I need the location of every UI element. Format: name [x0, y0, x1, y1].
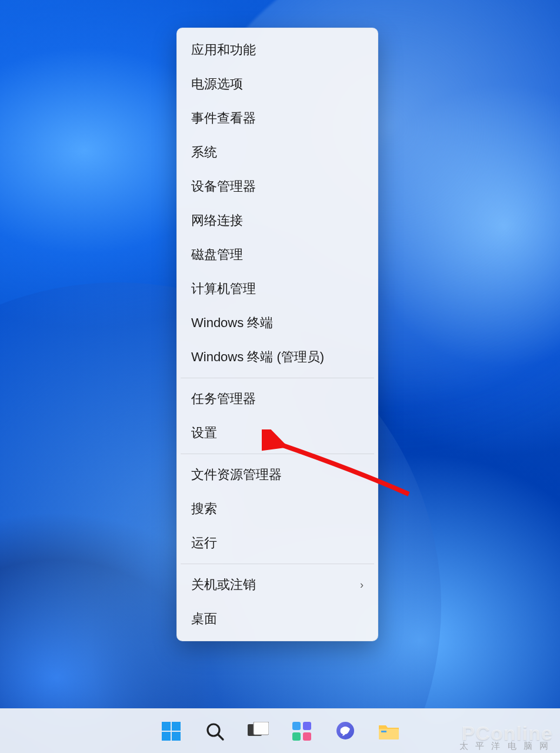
menu-label: 桌面	[191, 610, 217, 628]
search-button[interactable]	[203, 719, 226, 743]
menu-item-task-manager[interactable]: 任务管理器	[179, 382, 375, 416]
menu-item-run[interactable]: 运行	[179, 526, 375, 560]
menu-item-event-viewer[interactable]: 事件查看器	[179, 101, 375, 135]
widgets-button[interactable]	[290, 719, 314, 743]
svg-rect-1	[172, 722, 181, 731]
menu-label: 设备管理器	[191, 178, 256, 195]
menu-label: 事件查看器	[191, 109, 256, 127]
svg-rect-14	[381, 731, 386, 732]
menu-label: 关机或注销	[191, 576, 256, 594]
menu-separator	[181, 564, 374, 564]
watermark-subtitle: 太 平 洋 电 脑 网	[459, 741, 551, 752]
svg-line-5	[218, 735, 223, 739]
menu-label: 系统	[191, 144, 217, 161]
menu-item-disk-management[interactable]: 磁盘管理	[179, 238, 375, 272]
svg-rect-9	[303, 722, 311, 730]
menu-item-computer-management[interactable]: 计算机管理	[179, 272, 375, 306]
menu-item-windows-terminal[interactable]: Windows 终端	[179, 306, 375, 340]
menu-label: 磁盘管理	[191, 246, 243, 264]
menu-item-device-manager[interactable]: 设备管理器	[179, 169, 375, 204]
start-button[interactable]	[159, 719, 183, 743]
svg-rect-0	[162, 722, 171, 731]
menu-label: 网络连接	[191, 212, 243, 229]
menu-label: 搜索	[191, 500, 217, 518]
menu-item-shutdown-signout[interactable]: 关机或注销 ›	[179, 568, 375, 602]
svg-rect-8	[292, 722, 301, 730]
winx-context-menu: 应用和功能 电源选项 事件查看器 系统 设备管理器 网络连接 磁盘管理 计算机管…	[176, 28, 378, 641]
menu-label: Windows 终端	[191, 314, 273, 332]
menu-label: 计算机管理	[191, 280, 256, 298]
menu-item-apps-features[interactable]: 应用和功能	[179, 33, 375, 67]
menu-label: Windows 终端 (管理员)	[191, 348, 324, 366]
chevron-right-icon: ›	[360, 579, 364, 591]
menu-separator	[181, 454, 374, 454]
menu-item-system[interactable]: 系统	[179, 135, 375, 169]
svg-rect-10	[292, 732, 301, 741]
menu-item-power-options[interactable]: 电源选项	[179, 67, 375, 101]
menu-item-windows-terminal-admin[interactable]: Windows 终端 (管理员)	[179, 340, 375, 374]
file-explorer-button[interactable]	[377, 719, 401, 743]
menu-item-network-connections[interactable]: 网络连接	[179, 204, 375, 238]
menu-label: 应用和功能	[191, 41, 256, 59]
menu-item-file-explorer[interactable]: 文件资源管理器	[179, 458, 375, 492]
chat-button[interactable]	[334, 719, 357, 743]
svg-rect-11	[303, 732, 311, 741]
svg-rect-13	[379, 729, 399, 739]
menu-label: 电源选项	[191, 75, 243, 93]
svg-rect-7	[254, 722, 269, 735]
menu-label: 任务管理器	[191, 390, 256, 408]
svg-rect-3	[172, 732, 181, 741]
menu-label: 文件资源管理器	[191, 466, 282, 484]
menu-separator	[181, 378, 374, 378]
menu-item-desktop[interactable]: 桌面	[179, 602, 375, 636]
menu-label: 运行	[191, 534, 217, 552]
menu-item-search[interactable]: 搜索	[179, 492, 375, 526]
svg-rect-2	[162, 732, 171, 741]
task-view-button[interactable]	[246, 719, 270, 743]
menu-item-settings[interactable]: 设置	[179, 416, 375, 450]
menu-label: 设置	[191, 424, 217, 442]
